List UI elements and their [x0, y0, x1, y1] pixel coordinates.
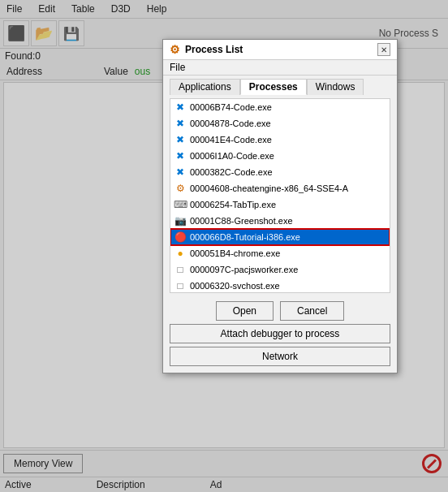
dialog-close-button[interactable]: ✕ — [377, 43, 390, 56]
process-item[interactable]: ✖00004878-Code.exe — [170, 115, 390, 132]
process-icon-vscode: ✖ — [174, 166, 187, 179]
dialog-overlay: ⚙ Process List ✕ File Applications Proce… — [0, 0, 448, 492]
process-name: 00004608-cheatengine-x86_64-SSE4-A — [190, 183, 348, 193]
process-icon-vscode: ✖ — [174, 133, 187, 146]
process-name: 000066D8-Tutorial-i386.exe — [190, 232, 300, 242]
tab-processes[interactable]: Processes — [240, 79, 307, 95]
process-name: 000041E4-Code.exe — [190, 135, 272, 145]
process-icon-generic: □ — [174, 263, 187, 276]
process-item[interactable]: ✖0000382C-Code.exe — [170, 164, 390, 180]
process-icon-vscode: ✖ — [174, 117, 187, 130]
attach-debugger-button[interactable]: Attach debugger to process — [170, 324, 390, 343]
dialog-tabs: Applications Processes Windows — [163, 76, 397, 95]
process-item[interactable]: ✖00006B74-Code.exe — [170, 99, 390, 115]
process-item[interactable]: ●000051B4-chrome.exe — [170, 245, 390, 261]
cancel-button[interactable]: Cancel — [280, 301, 344, 321]
dialog-title-left: ⚙ Process List — [170, 43, 243, 56]
process-name: 00006I1A0-Code.exe — [190, 151, 274, 161]
process-list[interactable]: ✖00006B74-Code.exe✖00004878-Code.exe✖000… — [170, 98, 390, 293]
process-item[interactable]: ⌨00006254-TabTip.exe — [170, 196, 390, 213]
dialog-btn-row-3: Network — [170, 347, 390, 366]
dialog-file-menu[interactable]: File — [170, 62, 185, 73]
open-button[interactable]: Open — [216, 301, 274, 321]
tab-windows[interactable]: Windows — [307, 79, 364, 95]
process-item[interactable]: ✖000041E4-Code.exe — [170, 132, 390, 148]
tab-applications[interactable]: Applications — [170, 79, 240, 95]
process-item[interactable]: □00006320-svchost.exe — [170, 278, 390, 293]
dialog-menubar: File — [163, 60, 397, 76]
process-icon-tabtip: ⌨ — [174, 198, 187, 211]
process-icon-vscode: ✖ — [174, 101, 187, 114]
dialog-btn-row-1: Open Cancel — [170, 301, 390, 321]
dialog-title-text: Process List — [185, 44, 243, 55]
process-list-dialog: ⚙ Process List ✕ File Applications Proce… — [162, 39, 398, 373]
process-icon-greenshot: 📷 — [174, 214, 187, 227]
process-item[interactable]: ⚙00004608-cheatengine-x86_64-SSE4-A — [170, 180, 390, 196]
process-name: 0000097C-pacjsworker.exe — [190, 265, 298, 274]
dialog-btn-row-2: Attach debugger to process — [170, 324, 390, 343]
process-item[interactable]: □0000097C-pacjsworker.exe — [170, 261, 390, 278]
process-name: 00001C88-Greenshot.exe — [190, 216, 293, 226]
process-name: 0000382C-Code.exe — [190, 167, 273, 177]
process-icon-vscode: ✖ — [174, 149, 187, 162]
process-name: 00004878-Code.exe — [190, 119, 271, 128]
dialog-buttons: Open Cancel Attach debugger to process N… — [163, 296, 397, 373]
process-name: 000051B4-chrome.exe — [190, 248, 280, 258]
network-button[interactable]: Network — [170, 347, 390, 366]
process-icon-generic: □ — [174, 279, 187, 292]
process-icon-chrome: ● — [174, 247, 187, 260]
process-item[interactable]: 🔴000066D8-Tutorial-i386.exe — [170, 229, 390, 245]
process-name: 00006254-TabTip.exe — [190, 200, 276, 209]
process-icon-cheatengine: ⚙ — [174, 182, 187, 195]
process-icon-tutorial: 🔴 — [174, 231, 187, 244]
dialog-titlebar: ⚙ Process List ✕ — [163, 40, 397, 60]
process-item[interactable]: 📷00001C88-Greenshot.exe — [170, 213, 390, 229]
dialog-title-icon: ⚙ — [170, 43, 180, 56]
process-name: 00006B74-Code.exe — [190, 102, 272, 112]
process-name: 00006320-svchost.exe — [190, 281, 280, 291]
process-item[interactable]: ✖00006I1A0-Code.exe — [170, 148, 390, 164]
